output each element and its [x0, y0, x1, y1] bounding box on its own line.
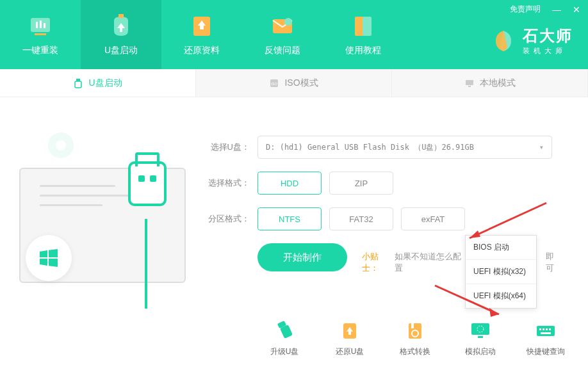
- brand-tagline: 装机大师: [523, 46, 573, 56]
- nav-tutorial[interactable]: 使用教程: [323, 0, 404, 69]
- svg-rect-23: [411, 323, 414, 328]
- action-simulate-boot[interactable]: 模拟启动: [457, 319, 503, 357]
- svg-rect-2: [40, 20, 42, 28]
- brand-name: 石大师: [523, 26, 573, 46]
- nav-label: 一键重装: [22, 45, 58, 56]
- mode-tabs: U盘启动 ISO ISO模式 本地模式: [0, 69, 588, 97]
- tab-iso-mode[interactable]: ISO ISO模式: [196, 69, 392, 97]
- action-label: 模拟启动: [465, 346, 496, 357]
- svg-rect-3: [44, 23, 45, 28]
- usb-upgrade-icon: [272, 319, 297, 342]
- action-restore-usb[interactable]: 还原U盘: [327, 319, 373, 357]
- format-option-hdd[interactable]: HDD: [257, 172, 322, 195]
- popup-item-uefi-x32[interactable]: UEFI 模拟(x32): [466, 260, 536, 284]
- tab-label: U盘启动: [88, 77, 122, 89]
- action-upgrade-usb[interactable]: 升级U盘: [261, 319, 307, 357]
- tab-label: ISO模式: [284, 77, 318, 89]
- popup-item-bios[interactable]: BIOS 启动: [466, 236, 536, 260]
- close-button[interactable]: ✕: [573, 4, 580, 15]
- main-content: 选择U盘： D: (hd1) General USB Flash Disk （U…: [0, 97, 588, 370]
- restore-icon: [188, 13, 215, 40]
- action-label: 格式转换: [400, 346, 430, 357]
- simulate-popup-menu: BIOS 启动 UEFI 模拟(x32) UEFI 模拟(x64): [465, 235, 537, 309]
- titlebar: 免责声明 — ✕ 一键重装 U盘启动 还原资料 反馈问题: [0, 0, 588, 69]
- nav-feedback[interactable]: 反馈问题: [242, 0, 323, 69]
- usb-boot-icon: [108, 13, 135, 40]
- tab-usb-boot[interactable]: U盘启动: [0, 69, 196, 97]
- nav-label: 使用教程: [345, 45, 381, 56]
- tip-suffix: 即可: [546, 251, 562, 274]
- action-label: 升级U盘: [270, 346, 299, 357]
- nav-label: U盘启动: [104, 45, 138, 56]
- svg-rect-10: [363, 17, 372, 36]
- disk-select[interactable]: D: (hd1) General USB Flash Disk （U盘）26.9…: [257, 136, 552, 159]
- usb-plug-graphic: [128, 161, 167, 219]
- svg-rect-12: [75, 81, 81, 88]
- action-hotkey-query[interactable]: 快捷键查询: [523, 319, 569, 357]
- disk-label: 选择U盘：: [205, 141, 250, 153]
- svg-point-18: [56, 140, 66, 150]
- nav-restore[interactable]: 还原资料: [161, 0, 242, 69]
- reinstall-icon: [27, 13, 54, 40]
- usb-icon: [73, 78, 83, 88]
- brand-logo-icon: [491, 28, 516, 54]
- iso-icon: ISO: [269, 78, 279, 88]
- brand: 石大师 装机大师: [491, 26, 573, 56]
- main-nav: 一键重装 U盘启动 还原资料 反馈问题 使用教程: [0, 0, 404, 69]
- bottom-actions: 升级U盘 还原U盘 格式转换 模拟启动 快捷键查询: [261, 319, 569, 357]
- svg-rect-29: [539, 328, 541, 330]
- minimize-button[interactable]: —: [552, 4, 561, 15]
- action-label: 还原U盘: [336, 346, 364, 357]
- gear-bg-icon: [45, 129, 77, 161]
- svg-rect-4: [35, 33, 46, 35]
- svg-rect-27: [478, 336, 483, 338]
- svg-rect-32: [549, 328, 551, 330]
- windows-icon: [37, 246, 60, 269]
- popup-item-uefi-x64[interactable]: UEFI 模拟(x64): [466, 284, 536, 308]
- partition-label: 分区格式：: [205, 213, 250, 225]
- tip-text: 如果不知道怎么配置: [395, 251, 469, 274]
- action-format-convert[interactable]: 格式转换: [392, 319, 438, 357]
- svg-rect-30: [543, 328, 544, 330]
- svg-text:ISO: ISO: [271, 82, 278, 86]
- svg-rect-28: [537, 326, 555, 336]
- start-button[interactable]: 开始制作: [257, 243, 347, 271]
- tab-label: 本地模式: [480, 77, 516, 89]
- nav-usb-boot[interactable]: U盘启动: [81, 0, 161, 69]
- disk-value: D: (hd1) General USB Flash Disk （U盘）26.9…: [266, 142, 474, 153]
- disclaimer-link[interactable]: 免责声明: [510, 4, 541, 15]
- svg-rect-31: [546, 328, 548, 330]
- illustration: [0, 110, 192, 370]
- chevron-down-icon: ▾: [539, 143, 544, 152]
- svg-rect-16: [468, 86, 471, 87]
- svg-rect-33: [541, 332, 551, 334]
- svg-rect-5: [118, 14, 124, 18]
- partition-option-exfat[interactable]: exFAT: [401, 207, 465, 230]
- usb-cable-graphic: [145, 219, 147, 309]
- windows-badge: [26, 235, 72, 281]
- format-label: 选择格式：: [205, 177, 250, 189]
- feedback-icon: [269, 13, 296, 40]
- format-option-zip[interactable]: ZIP: [329, 172, 393, 195]
- tab-local-mode[interactable]: 本地模式: [392, 69, 588, 97]
- action-label: 快捷键查询: [527, 346, 565, 357]
- tutorial-icon: [350, 13, 377, 40]
- window-controls: 免责声明 — ✕: [510, 4, 580, 15]
- tip-label: 小贴士：: [362, 251, 395, 274]
- monitor-icon: [464, 78, 475, 88]
- partition-option-fat32[interactable]: FAT32: [329, 207, 393, 230]
- format-convert-icon: [402, 319, 428, 342]
- keyboard-icon: [533, 319, 559, 342]
- nav-label: 反馈问题: [265, 45, 300, 56]
- usb-restore-icon: [337, 319, 363, 342]
- nav-label: 还原资料: [184, 45, 220, 56]
- nav-reinstall[interactable]: 一键重装: [0, 0, 81, 69]
- svg-rect-25: [471, 323, 489, 335]
- svg-rect-15: [466, 80, 473, 85]
- svg-rect-1: [36, 22, 38, 28]
- simulate-boot-icon: [468, 319, 493, 342]
- partition-option-ntfs[interactable]: NTFS: [257, 207, 322, 230]
- svg-point-8: [284, 18, 292, 26]
- svg-rect-9: [355, 17, 364, 36]
